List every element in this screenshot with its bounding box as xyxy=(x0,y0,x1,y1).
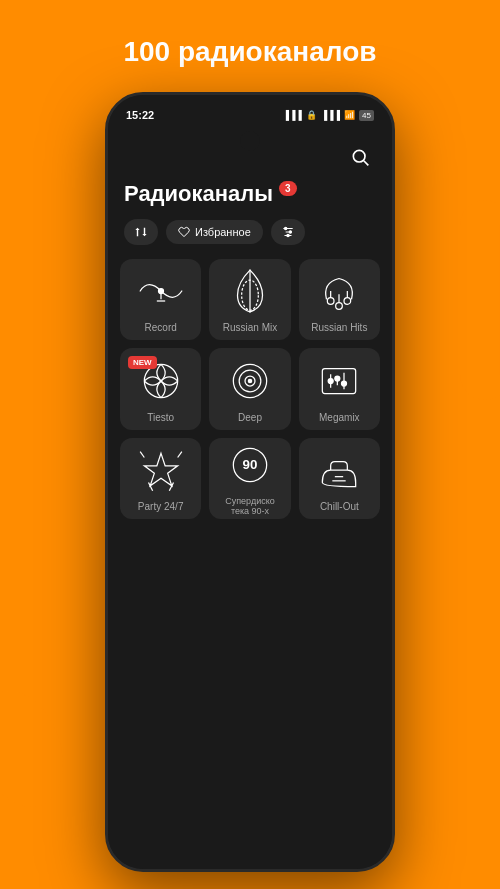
svg-point-15 xyxy=(336,303,343,310)
channel-russian-mix[interactable]: Russian Mix xyxy=(209,259,290,340)
svg-point-5 xyxy=(284,227,286,229)
channel-russian-hits[interactable]: Russian Hits xyxy=(299,259,380,340)
party-name: Party 24/7 xyxy=(138,501,184,512)
megamix-name: Megamix xyxy=(319,412,360,423)
battery-icon: 45 xyxy=(359,110,374,121)
notifications-badge: 3 xyxy=(279,181,297,196)
lock-icon: 🔒 xyxy=(306,110,317,120)
channel-party[interactable]: Party 24/7 xyxy=(120,438,201,519)
chillout-name: Chill-Out xyxy=(320,501,359,512)
svg-point-23 xyxy=(248,379,251,382)
russian-hits-name: Russian Hits xyxy=(311,322,367,333)
wifi-icon: 📶 xyxy=(344,110,355,120)
svg-point-28 xyxy=(328,378,333,383)
status-icons: ▐▐▐ 🔒 ▐▐▐ 📶 45 xyxy=(283,110,374,121)
chillout-icon xyxy=(314,445,364,495)
svg-point-30 xyxy=(342,381,347,386)
party-icon xyxy=(136,445,186,495)
svg-point-29 xyxy=(335,376,340,381)
page-title: Радиоканалы xyxy=(124,181,273,207)
channel-record[interactable]: Record xyxy=(120,259,201,340)
status-bar: 15:22 ▐▐▐ 🔒 ▐▐▐ 📶 45 xyxy=(108,95,392,131)
channel-chillout[interactable]: Chill-Out xyxy=(299,438,380,519)
filter-bar: Избранное xyxy=(108,219,392,259)
tiesto-name: Tiesto xyxy=(147,412,174,423)
svg-line-34 xyxy=(140,452,144,458)
phone-notch xyxy=(240,131,260,151)
disco90-icon: 90 xyxy=(225,440,275,490)
record-name: Record xyxy=(145,322,177,333)
svg-line-35 xyxy=(177,452,181,458)
equalizer-button[interactable] xyxy=(271,219,305,245)
page-header: 100 радиоканалов xyxy=(123,36,376,68)
search-button[interactable] xyxy=(344,141,376,173)
channel-tiesto[interactable]: NEW Tiesto xyxy=(120,348,201,429)
channel-deep[interactable]: Deep xyxy=(209,348,290,429)
deep-icon xyxy=(225,356,275,406)
svg-point-0 xyxy=(353,150,365,162)
svg-point-14 xyxy=(344,298,351,305)
russian-mix-name: Russian Mix xyxy=(223,322,277,333)
svg-point-13 xyxy=(328,298,335,305)
network-icon: ▐▐▐ xyxy=(321,110,340,120)
svg-marker-31 xyxy=(144,453,177,486)
svg-point-7 xyxy=(287,234,289,236)
megamix-icon xyxy=(314,356,364,406)
channel-disco90[interactable]: 90 Супердискотека 90-х xyxy=(209,438,290,519)
svg-point-6 xyxy=(289,231,291,233)
russian-mix-icon xyxy=(225,266,275,316)
favorites-label: Избранное xyxy=(195,226,251,238)
record-icon xyxy=(136,266,186,316)
favorites-button[interactable]: Избранное xyxy=(166,220,263,244)
channels-grid: Record Russian Mix xyxy=(108,259,392,519)
svg-text:90: 90 xyxy=(243,458,258,473)
app-content: Радиоканалы 3 Избранное xyxy=(108,131,392,869)
signal-icon: ▐▐▐ xyxy=(283,110,302,120)
sort-button[interactable] xyxy=(124,219,158,245)
deep-name: Deep xyxy=(238,412,262,423)
new-badge: NEW xyxy=(128,356,157,369)
page-title-row: Радиоканалы 3 xyxy=(108,181,392,219)
channel-megamix[interactable]: Megamix xyxy=(299,348,380,429)
russian-hits-icon xyxy=(314,266,364,316)
disco90-name: Супердискотека 90-х xyxy=(221,496,279,516)
svg-line-1 xyxy=(364,161,369,166)
phone-frame: 15:22 ▐▐▐ 🔒 ▐▐▐ 📶 45 Радиоканалы 3 xyxy=(105,92,395,872)
status-time: 15:22 xyxy=(126,109,154,121)
